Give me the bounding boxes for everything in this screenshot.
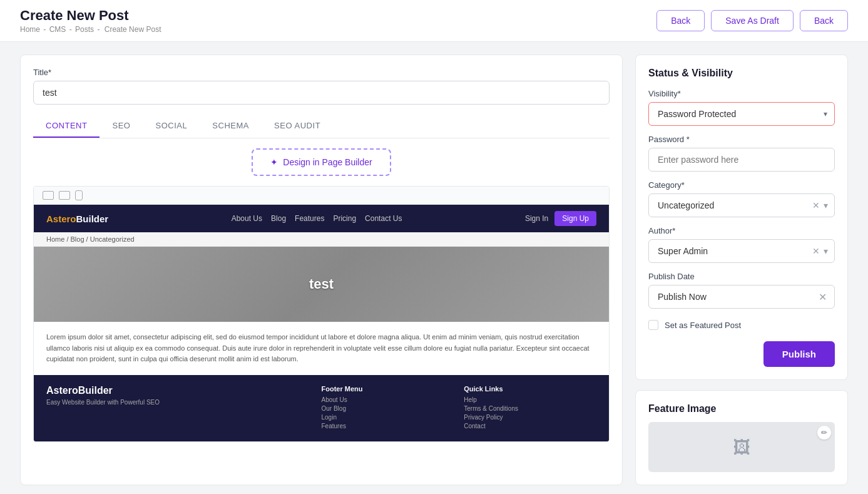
footer-brand: AsteroBuilder Easy Website Builder with … [46, 385, 312, 431]
author-value: Super Admin [649, 240, 806, 262]
top-bar-left: Create New Post Home - CMS - Posts - Cre… [20, 8, 162, 34]
status-visibility-title: Status & Visibility [648, 68, 835, 79]
password-input[interactable] [648, 148, 835, 172]
nav-contact: Contact Us [365, 214, 402, 223]
footer-tagline: Easy Website Builder with Powerful SEO [46, 399, 312, 406]
breadcrumb: Home - CMS - Posts - Create New Post [20, 25, 162, 34]
footer-link-privacy: Privacy Policy [464, 414, 596, 421]
title-label: Title* [33, 68, 610, 77]
category-icons: ✕ ▾ [806, 200, 834, 210]
nav-signin: Sign In [525, 214, 548, 223]
site-nav-right: Sign In Sign Up [525, 211, 596, 226]
site-nav: AsteroBuilder About Us Blog Features Pri… [34, 205, 609, 232]
nav-blog: Blog [271, 214, 286, 223]
tablet-view-icon[interactable] [59, 191, 70, 200]
preview-toolbar [34, 187, 609, 205]
save-as-draft-button[interactable]: Save As Draft [711, 10, 794, 31]
publish-button[interactable]: Publish [763, 341, 835, 367]
publish-date-value: Publish Now [649, 286, 811, 308]
visibility-label: Visibility* [648, 89, 835, 98]
footer-link-login: Login [322, 414, 454, 421]
author-icons: ✕ ▾ [806, 246, 834, 256]
featured-label: Set as Featured Post [665, 321, 741, 330]
author-select-wrapper: Super Admin ✕ ▾ [648, 239, 835, 263]
footer-link-about: About Us [322, 396, 454, 403]
site-footer: AsteroBuilder Easy Website Builder with … [34, 375, 609, 441]
author-chevron-down-icon[interactable]: ▾ [824, 246, 828, 256]
featured-checkbox[interactable] [648, 320, 658, 330]
category-value: Uncategorized [649, 194, 806, 217]
tab-seo-audit[interactable]: SEO AUDIT [262, 115, 333, 138]
publish-date-clear-icon[interactable]: ✕ [811, 291, 834, 303]
mobile-view-icon[interactable] [75, 190, 83, 200]
footer-menu-2-title: Quick Links [464, 385, 596, 393]
category-select-wrapper: Uncategorized ✕ ▾ [648, 193, 835, 217]
breadcrumb-home[interactable]: Home [20, 25, 40, 34]
footer-link-features: Features [322, 423, 454, 430]
feature-image-card: Feature Image ✏ 🖼 [635, 390, 848, 485]
status-visibility-card: Status & Visibility Visibility* Public P… [635, 54, 848, 380]
tab-seo[interactable]: SEO [100, 115, 143, 138]
nav-signup-button[interactable]: Sign Up [554, 211, 596, 226]
feature-image-edit-icon[interactable]: ✏ [817, 426, 831, 440]
design-btn-wrap: ✦ Design in Page Builder [33, 148, 610, 176]
password-label: Password * [648, 135, 835, 144]
logo-astero: Astero [46, 214, 76, 224]
preview-site: AsteroBuilder About Us Blog Features Pri… [34, 205, 609, 441]
top-bar: Create New Post Home - CMS - Posts - Cre… [0, 0, 868, 42]
site-nav-links: About Us Blog Features Pricing Contact U… [232, 214, 402, 223]
footer-link-contact: Contact [464, 423, 596, 430]
nav-pricing: Pricing [333, 214, 356, 223]
site-logo: AsteroBuilder [46, 214, 108, 224]
publish-date-wrapper: Publish Now ✕ [648, 285, 835, 309]
footer-link-terms: Terms & Conditions [464, 405, 596, 412]
preview-frame: AsteroBuilder About Us Blog Features Pri… [33, 186, 610, 442]
nav-features: Features [295, 214, 324, 223]
design-in-page-builder-button[interactable]: ✦ Design in Page Builder [252, 148, 391, 176]
site-body-content: Lorem ipsum dolor sit amet, consectetur … [34, 322, 609, 375]
featured-row: Set as Featured Post [648, 320, 835, 330]
page-builder-icon: ✦ [270, 157, 278, 167]
back-button-2[interactable]: Back [800, 10, 848, 31]
footer-link-help: Help [464, 396, 596, 403]
site-hero: test [34, 247, 609, 322]
breadcrumb-posts[interactable]: Posts [75, 25, 94, 34]
footer-menu-2: Quick Links Help Terms & Conditions Priv… [464, 385, 596, 431]
feature-image-placeholder: ✏ 🖼 [648, 422, 835, 472]
tab-content[interactable]: CONTENT [33, 115, 100, 138]
category-label: Category* [648, 180, 835, 190]
left-panel: Title* CONTENT SEO SOCIAL SCHEMA SEO AUD… [20, 54, 623, 485]
nav-about: About Us [232, 214, 262, 223]
visibility-select-wrapper: Public Private Password Protected ▾ [648, 102, 835, 126]
tab-social[interactable]: SOCIAL [143, 115, 200, 138]
author-label: Author* [648, 226, 835, 235]
title-input[interactable] [33, 81, 610, 105]
back-button-1[interactable]: Back [656, 10, 705, 31]
publish-date-label: Publish Date [648, 272, 835, 281]
tab-schema[interactable]: SCHEMA [200, 115, 262, 138]
tabs: CONTENT SEO SOCIAL SCHEMA SEO AUDIT [33, 115, 610, 138]
footer-menu-1-title: Footer Menu [322, 385, 454, 393]
footer-link-blog: Our Blog [322, 405, 454, 412]
feature-image-title: Feature Image [648, 403, 835, 414]
category-chevron-down-icon[interactable]: ▾ [824, 200, 828, 210]
right-panel: Status & Visibility Visibility* Public P… [635, 54, 848, 485]
site-breadcrumb: Home / Blog / Uncategorized [34, 232, 609, 247]
main-content: Title* CONTENT SEO SOCIAL SCHEMA SEO AUD… [0, 42, 868, 494]
category-clear-icon[interactable]: ✕ [812, 200, 820, 210]
top-bar-right: Back Save As Draft Back [656, 10, 848, 31]
footer-logo: AsteroBuilder [46, 385, 312, 396]
site-hero-title: test [309, 276, 334, 292]
footer-menu-1: Footer Menu About Us Our Blog Login Feat… [322, 385, 454, 431]
visibility-select[interactable]: Public Private Password Protected [648, 102, 835, 126]
logo-builder: Builder [76, 214, 109, 224]
breadcrumb-current: Create New Post [105, 25, 161, 34]
desktop-view-icon[interactable] [43, 191, 54, 200]
feature-image-placeholder-icon: 🖼 [733, 437, 750, 458]
page-title: Create New Post [20, 8, 162, 24]
breadcrumb-cms[interactable]: CMS [49, 25, 66, 34]
publish-btn-wrap: Publish [648, 341, 835, 367]
author-clear-icon[interactable]: ✕ [812, 246, 820, 256]
